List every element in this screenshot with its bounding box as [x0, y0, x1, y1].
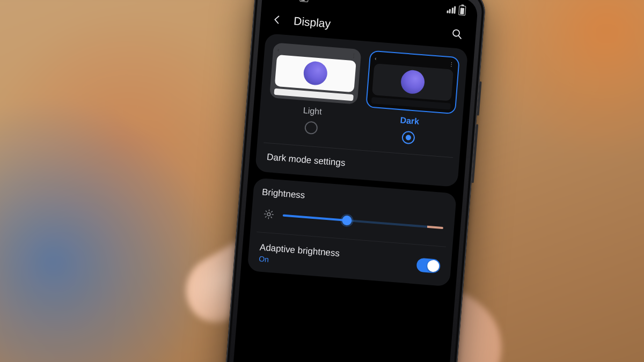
brightness-slider[interactable] — [282, 210, 444, 233]
status-time: 12:26 — [273, 0, 296, 2]
radio-dark[interactable] — [401, 130, 415, 144]
radio-light[interactable] — [304, 121, 318, 135]
svg-line-10 — [272, 211, 273, 212]
brightness-card: Brightness — [247, 178, 457, 286]
svg-line-7 — [266, 211, 267, 212]
preview-orb-icon — [400, 69, 425, 94]
theme-option-dark[interactable]: ‹⋮ Dark — [364, 50, 459, 147]
theme-preview-dark: ‹⋮ — [365, 50, 460, 114]
theme-label-light: Light — [303, 106, 322, 117]
battery-icon — [458, 5, 466, 16]
theme-card: ‹⋮ Light ‹⋮ Dark — [255, 33, 468, 187]
signal-icon — [447, 5, 456, 13]
theme-option-light[interactable]: ‹⋮ Light — [267, 42, 361, 137]
preview-orb-icon — [303, 61, 328, 86]
chevron-left-icon — [272, 14, 283, 26]
svg-line-9 — [266, 216, 267, 217]
adaptive-brightness-toggle[interactable] — [416, 258, 441, 274]
brightness-sun-icon — [262, 207, 276, 221]
brightness-label: Brightness — [261, 187, 448, 212]
theme-preview-light: ‹⋮ — [269, 42, 362, 104]
dark-mode-settings-link[interactable]: Dark mode settings — [264, 143, 451, 178]
svg-point-2 — [267, 212, 270, 216]
search-button[interactable] — [447, 24, 467, 44]
svg-line-8 — [271, 217, 272, 218]
picture-icon — [299, 0, 309, 2]
slider-thumb[interactable] — [342, 215, 352, 225]
adaptive-brightness-link[interactable]: Adaptive brightness On — [259, 242, 340, 269]
phone-screen: 12:26 Display — [230, 0, 478, 362]
theme-label-dark: Dark — [400, 115, 420, 127]
phone: 12:26 Display — [222, 0, 487, 362]
search-icon — [451, 27, 464, 40]
back-button[interactable] — [267, 10, 287, 29]
svg-line-1 — [458, 35, 461, 38]
